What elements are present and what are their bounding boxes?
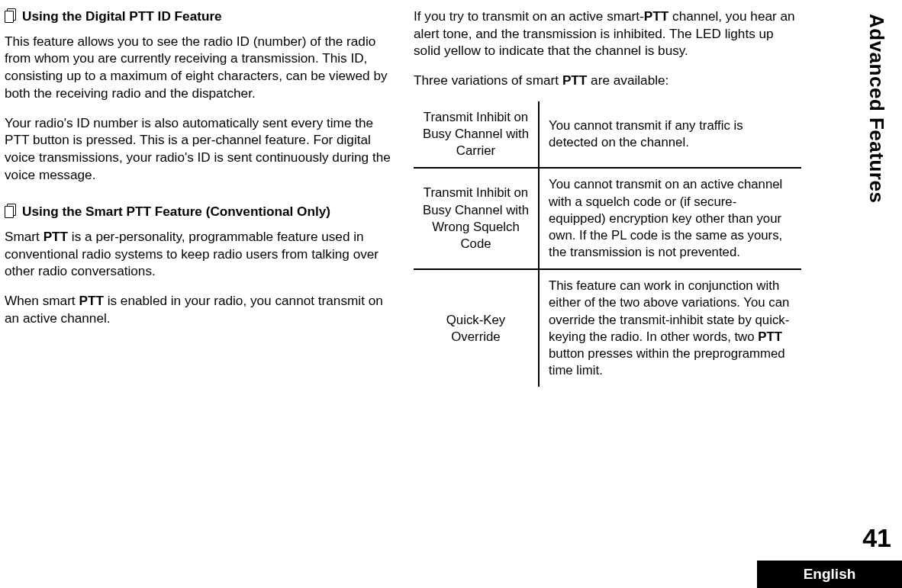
table-cell-left: Quick-Key Override (414, 269, 539, 387)
heading-text: Using the Smart PTT Feature (Conventiona… (22, 203, 330, 220)
page-number: 41 (862, 523, 891, 553)
paragraph: Your radio's ID number is also automatic… (5, 114, 392, 184)
left-column: Using the Digital PTT ID Feature This fe… (5, 8, 392, 387)
table-row: Transmit Inhibit on Busy Channel with Ca… (414, 101, 801, 169)
page-content: Using the Digital PTT ID Feature This fe… (0, 0, 824, 387)
table-cell-left: Transmit Inhibit on Busy Channel with Ca… (414, 101, 539, 169)
right-column: If you try to transmit on an active smar… (414, 8, 801, 387)
paragraph: This feature allows you to see the radio… (5, 33, 392, 102)
pages-icon (5, 8, 16, 22)
pages-icon (5, 204, 16, 217)
table-cell-left: Transmit Inhibit on Busy Channel with Wr… (414, 168, 539, 269)
table-row: Quick-Key Override This feature can work… (414, 269, 801, 387)
footer-language: English (757, 561, 902, 588)
table-row: Transmit Inhibit on Busy Channel with Wr… (414, 168, 801, 269)
side-tab-title: Advanced Features (865, 14, 888, 203)
paragraph: Three variations of smart PTT are availa… (414, 72, 801, 89)
smart-ptt-table: Transmit Inhibit on Busy Channel with Ca… (414, 101, 801, 387)
heading-text: Using the Digital PTT ID Feature (22, 8, 222, 25)
paragraph: When smart PTT is enabled in your radio,… (5, 292, 392, 326)
heading-smart-ptt: Using the Smart PTT Feature (Conventiona… (5, 203, 392, 220)
paragraph: Smart PTT is a per-personality, programm… (5, 228, 392, 280)
paragraph: If you try to transmit on an active smar… (414, 8, 801, 59)
table-cell-right: You cannot transmit on an active channel… (539, 168, 801, 269)
heading-digital-ptt-id: Using the Digital PTT ID Feature (5, 8, 392, 25)
table-cell-right: You cannot transmit if any traffic is de… (539, 101, 801, 169)
table-cell-right: This feature can work in conjunction wit… (539, 269, 801, 387)
